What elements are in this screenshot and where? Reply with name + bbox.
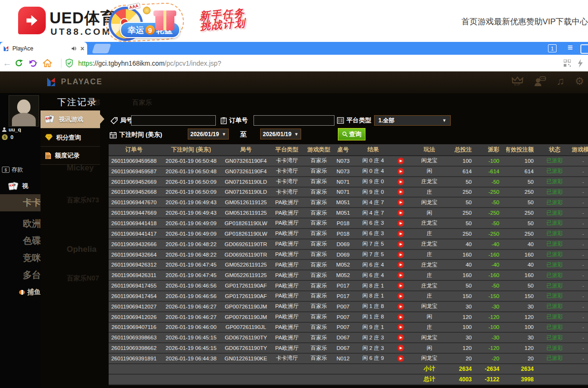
new-tab-button[interactable]: [92, 44, 111, 53]
gift-icon[interactable]: [152, 6, 177, 31]
cell-order-no: 260119069417454: [109, 291, 159, 301]
play-video-button[interactable]: ▶: [397, 261, 404, 268]
nav-download[interactable]: 下载中心: [556, 16, 588, 27]
play-video-button[interactable]: ▶: [397, 334, 404, 341]
play-video-button[interactable]: ▶: [397, 272, 404, 279]
cell-platform: PA欧洲厅: [269, 343, 305, 353]
hall-kaka-bay[interactable]: 卡卡湾厅: [0, 194, 41, 211]
cell-play-type: 闲龙宝: [409, 354, 450, 363]
hall-multi[interactable]: 多台: [0, 267, 41, 284]
play-video-button[interactable]: ▶: [397, 241, 404, 248]
browser-menu-icon[interactable]: ≡: [568, 42, 573, 53]
cell-status: 已派彩: [540, 323, 569, 332]
cell-order-no: 260119069417455: [109, 281, 159, 290]
playace-logo[interactable]: PLAYACE: [46, 76, 103, 88]
cell-result: 闲 9 庄 1: [354, 323, 393, 332]
hall-jingmi[interactable]: 竞咪: [0, 249, 41, 267]
cell-table-no: N071: [333, 177, 354, 187]
refresh-icon[interactable]: [14, 59, 29, 68]
nav-sponsor-vip[interactable]: 赞助VIP: [527, 16, 556, 27]
cell-round-no: GP007261190JL: [223, 323, 269, 332]
menu-video-games[interactable]: 9K♥ 视讯游戏: [41, 110, 100, 129]
round-input[interactable]: [131, 115, 216, 126]
deposit-button[interactable]: $ 存款: [2, 166, 23, 174]
browser-tab[interactable]: PlayAce ×: [0, 42, 87, 55]
menu-points-query[interactable]: 积分查询: [41, 129, 100, 147]
back-icon[interactable]: ←: [0, 58, 14, 69]
cell-game-type: 百家乐: [305, 188, 333, 197]
nav-games[interactable]: 游戏: [478, 16, 494, 27]
lightning-icon[interactable]: [578, 59, 583, 68]
download-manager-icon[interactable]: [580, 44, 588, 54]
fishing-entry[interactable]: 捕鱼: [0, 284, 41, 301]
avatar[interactable]: [9, 95, 39, 127]
play-video-button[interactable]: ▶: [397, 314, 404, 320]
table-row: 260119069432666 2026-01-19 06:48:22 GD06…: [109, 239, 588, 250]
cell-payout: -50: [478, 219, 506, 228]
hall-sedie[interactable]: 色碟: [0, 232, 41, 249]
column-header-3: 平台类型: [269, 144, 305, 155]
play-video-button[interactable]: ▶: [397, 230, 404, 237]
cell-status: 已派彩: [540, 270, 569, 280]
cell-bet-time: 2026-01-19 06:45:15: [159, 333, 223, 342]
home-icon[interactable]: [43, 59, 57, 68]
security-shield-icon[interactable]: [65, 59, 73, 68]
cell-order-no: 260119069459587: [109, 167, 159, 176]
cell-play-type: 庄: [409, 188, 450, 197]
cell-status: 已派彩: [540, 333, 569, 342]
nav-home[interactable]: 首页: [462, 16, 478, 27]
hall-europe[interactable]: 欧洲厅: [0, 215, 41, 232]
cell-game-type: 百家乐: [305, 167, 333, 176]
play-video-button[interactable]: ▶: [397, 303, 404, 310]
play-video-button[interactable]: ▶: [397, 251, 404, 258]
undo-dropdown-icon[interactable]: ▼: [34, 61, 38, 65]
cell-result: 闲 9 庄 0: [354, 188, 393, 197]
play-video-button[interactable]: ▶: [397, 220, 404, 227]
url-text[interactable]: https://gci.tgbyhn168ikm.com/pc/pcv1/ind…: [78, 60, 221, 67]
nav-promotions[interactable]: 最新优惠: [494, 16, 527, 27]
settings-gear-icon[interactable]: ⚙: [575, 75, 584, 88]
cell-valid-bet: 160: [506, 270, 540, 280]
ghost-game-label: 百家乐N73: [67, 196, 99, 205]
cell-valid-bet: 614: [506, 167, 540, 176]
play-video-button[interactable]: ▶: [397, 179, 404, 185]
cell-game-type: 百家乐: [305, 156, 333, 166]
video-games-entry[interactable]: 9K♥ 视: [9, 182, 28, 190]
play-video-button[interactable]: ▶: [397, 189, 404, 195]
cell-round-no: GN073261190F4: [223, 156, 269, 166]
qr-code-icon[interactable]: [564, 60, 571, 67]
customer-service-icon[interactable]: [534, 76, 546, 87]
order-input[interactable]: [253, 115, 335, 126]
url-scheme: https: [78, 60, 92, 67]
speaker-icon[interactable]: [71, 46, 77, 51]
music-icon[interactable]: ♫: [557, 75, 565, 88]
date-from-select[interactable]: 2026/01/19 ▼: [188, 129, 229, 139]
cell-total-bet: 150: [450, 291, 478, 301]
table-row: 260119069426311 2026-01-19 06:47:45 GM05…: [109, 270, 588, 281]
undo-icon[interactable]: ▼: [29, 59, 43, 68]
tab-count-badge[interactable]: 1: [548, 44, 557, 52]
play-video-button[interactable]: ▶: [397, 324, 404, 330]
play-video-button[interactable]: ▶: [397, 168, 404, 175]
column-header-4: 游戏类型: [305, 144, 333, 155]
play-video-button[interactable]: ▶: [397, 199, 404, 206]
play-video-button[interactable]: ▶: [397, 158, 404, 164]
newbie-task-banner[interactable]: 新手任务 挑战计划: [182, 7, 264, 32]
cell-game-type: 百家乐: [305, 250, 333, 259]
cell-platform: PA欧洲厅: [269, 219, 305, 228]
vip-icon[interactable]: VIP: [512, 77, 523, 86]
play-video-button[interactable]: ▶: [397, 282, 404, 289]
tab-close-icon[interactable]: ×: [81, 45, 84, 52]
date-to-select[interactable]: 2026/01/19 ▼: [260, 129, 301, 139]
cell-bet-time: 2026-01-19 06:47:45: [159, 270, 223, 280]
play-video-button[interactable]: ▶: [397, 345, 404, 351]
menu-quota-records[interactable]: 额度记录: [41, 147, 100, 165]
cell-bet-time: 2026-01-19 06:46:27: [159, 312, 223, 322]
ued-logo-icon[interactable]: [18, 7, 46, 34]
play-video-button[interactable]: ▶: [397, 293, 404, 299]
play-video-button[interactable]: ▶: [397, 355, 404, 362]
cell-result: 闲 1 庄 8: [354, 312, 393, 322]
search-button[interactable]: 查询: [338, 128, 365, 140]
platform-select[interactable]: 1.全部 ▼: [374, 115, 451, 126]
play-video-button[interactable]: ▶: [397, 209, 404, 216]
